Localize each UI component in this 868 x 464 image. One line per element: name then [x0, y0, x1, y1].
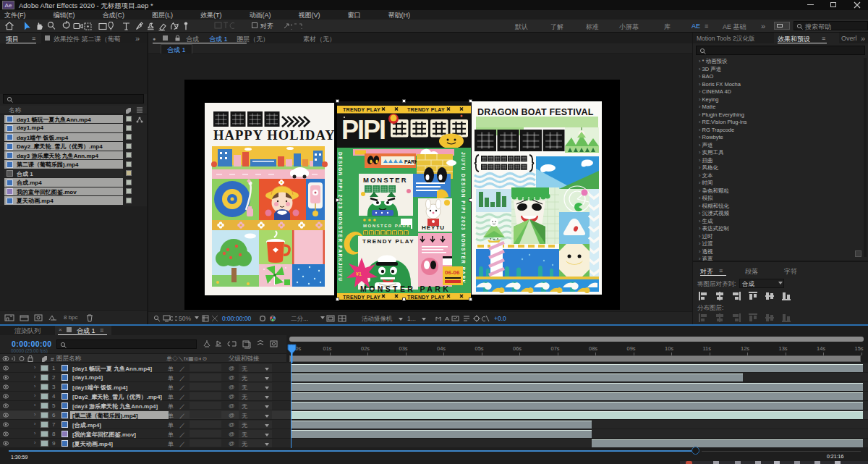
svg-text:TRENDY PLAY: TRENDY PLAY	[362, 238, 414, 245]
svg-text:TRENDY PLAY: TRENDY PLAY	[343, 107, 380, 112]
svg-text:#: #	[51, 356, 54, 362]
svg-text:DESIGN PIPI 2023 MONSTER PARKJ: DESIGN PIPI 2023 MONSTER PARKJIUYU	[338, 152, 343, 282]
svg-text:MONSTER: MONSTER	[363, 176, 408, 184]
svg-text:TRENDY PLAY: TRENDY PLAY	[407, 295, 445, 300]
svg-text:MONSTER PARK: MONSTER PARK	[360, 284, 451, 293]
svg-text:JIUYU DESIGN PIPI 2023 MONSTER: JIUYU DESIGN PIPI 2023 MONSTER PARK	[461, 152, 466, 284]
svg-text:HEYTU: HEYTU	[422, 224, 445, 231]
svg-text:TRENDY PLAY: TRENDY PLAY	[407, 107, 445, 112]
svg-text:¥1: ¥1	[356, 271, 362, 277]
svg-text:06-06: 06-06	[445, 269, 460, 276]
svg-text:PARK: PARK	[404, 159, 418, 164]
svg-text:HAPPY HOLIDAY: HAPPY HOLIDAY	[213, 128, 334, 143]
svg-text:DRAGON BOAT FESTIVAL: DRAGON BOAT FESTIVAL	[477, 107, 594, 117]
svg-text:PIPI: PIPI	[341, 115, 385, 145]
svg-text:TRENDY PLAY: TRENDY PLAY	[343, 295, 380, 300]
